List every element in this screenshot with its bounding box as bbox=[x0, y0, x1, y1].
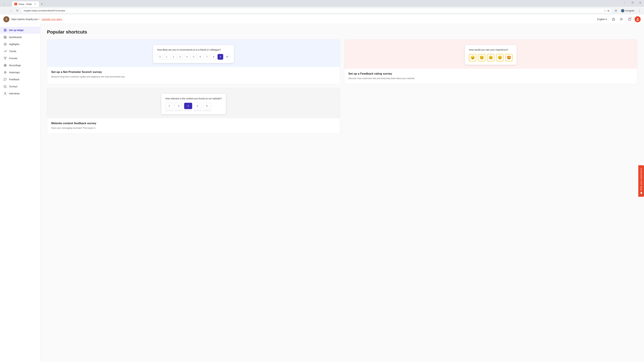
dashboards-icon bbox=[3, 35, 7, 39]
website-content-body: Website content feedback survey Does you… bbox=[47, 118, 340, 134]
highlights-icon bbox=[3, 42, 7, 46]
sidebar-interviews-label: Interviews bbox=[9, 92, 37, 95]
help-icon-button[interactable] bbox=[626, 16, 632, 22]
interviews-icon bbox=[3, 92, 7, 95]
feedback-rating-card[interactable]: How would you rate your experience? 😠 😟 … bbox=[344, 39, 637, 84]
sidebar-item-feedback[interactable]: Feedback bbox=[0, 76, 40, 83]
window-minimize-button[interactable]: − bbox=[621, 0, 628, 6]
extensions-button[interactable]: ⚙ bbox=[613, 8, 618, 13]
back-button[interactable]: ← bbox=[2, 8, 7, 13]
likert-line-5 bbox=[203, 110, 211, 111]
language-selector[interactable]: English ▾ bbox=[596, 17, 608, 22]
nps-btn-4: 4 bbox=[184, 54, 190, 60]
website-content-title: Website content feedback survey bbox=[51, 122, 336, 125]
emoji-happy: 😊 bbox=[496, 54, 504, 61]
app-container: Set up Hotjar Dashboards Highlights Tren… bbox=[0, 24, 644, 362]
sidebar-item-heatmaps[interactable]: Heatmaps bbox=[0, 69, 40, 76]
active-tab[interactable]: H Setup - Hotjar ✕ bbox=[12, 1, 39, 7]
emoji-scale: 😠 😟 😐 😊 🤩 bbox=[469, 54, 512, 61]
likert-btn-2: 2 bbox=[175, 103, 183, 109]
language-arrow-icon: ▾ bbox=[606, 18, 607, 21]
website-content-card[interactable]: How relevant is the content you found on… bbox=[47, 88, 340, 134]
feedback-rating-preview: How would you rate your experience? 😠 😟 … bbox=[344, 39, 637, 69]
tab-nav-back[interactable]: ‹ bbox=[1, 2, 6, 6]
nps-btn-8: 8 bbox=[211, 54, 216, 60]
address-url: insights.hotjar.com/sites/3818347/overvi… bbox=[24, 9, 602, 12]
surveys-icon bbox=[3, 85, 7, 88]
sidebar-highlights-label: Highlights bbox=[9, 43, 37, 45]
nps-btn-1: 1 bbox=[164, 54, 170, 60]
reload-button[interactable]: ↻ bbox=[15, 8, 20, 13]
main-content: Popular shortcuts How likely are you to … bbox=[40, 24, 644, 362]
svg-rect-8 bbox=[6, 29, 6, 30]
address-bar-row: ← → ↻ insights.hotjar.com/sites/3818347/… bbox=[0, 7, 644, 14]
nps-card-title: Set up a Net Promoter Score® survey bbox=[51, 70, 336, 74]
tab-nav-forward[interactable]: › bbox=[7, 2, 12, 6]
sidebar-trends-label: Trends bbox=[9, 50, 37, 53]
nps-scale: 0 1 2 3 4 5 6 7 8 9 10 bbox=[157, 54, 230, 60]
sidebar-item-surveys[interactable]: Surveys bbox=[0, 83, 40, 90]
domain-arrow-icon: ▾ bbox=[38, 18, 40, 20]
new-tab-button[interactable]: + bbox=[40, 2, 44, 6]
bookmark-icon[interactable]: ☆ bbox=[604, 9, 606, 12]
sidebar-item-setup[interactable]: Set up Hotjar bbox=[0, 27, 40, 34]
svg-rect-11 bbox=[4, 36, 5, 37]
app-logo[interactable]: S bbox=[3, 16, 10, 22]
likert-line-4 bbox=[194, 110, 202, 111]
nps-btn-6: 6 bbox=[198, 54, 203, 60]
upgrade-link[interactable]: Upgrade your plans bbox=[42, 18, 62, 21]
sidebar-item-dashboards[interactable]: Dashboards bbox=[0, 34, 40, 41]
forward-button[interactable]: → bbox=[8, 8, 14, 13]
sidebar-setup-label: Set up Hotjar bbox=[9, 29, 37, 31]
nps-btn-2: 2 bbox=[170, 54, 176, 60]
nps-card-body: Set up a Net Promoter Score® survey Meas… bbox=[47, 67, 340, 82]
reader-mode-icon[interactable]: ⊞ bbox=[608, 9, 610, 12]
feedback-rating-widget: How would you rate your experience? 😠 😟 … bbox=[465, 45, 516, 65]
browser-menu-button[interactable]: ⋮ bbox=[637, 8, 642, 13]
svg-point-15 bbox=[4, 43, 6, 45]
recordings-icon bbox=[3, 63, 7, 67]
star-icon-button[interactable] bbox=[610, 16, 616, 22]
incognito-button[interactable]: 👤 Incognito bbox=[619, 8, 636, 13]
sidebar-heatmaps-label: Heatmaps bbox=[9, 71, 37, 74]
likert-line-1 bbox=[165, 110, 174, 111]
svg-marker-17 bbox=[4, 57, 6, 59]
svg-point-19 bbox=[5, 65, 6, 66]
app-domain[interactable]: https://admin.shopify.com ▾ bbox=[12, 18, 40, 21]
sidebar-item-funnels[interactable]: Funnels bbox=[0, 55, 40, 62]
setup-icon bbox=[3, 28, 7, 32]
nps-card[interactable]: How likely are you to recommend us to a … bbox=[47, 39, 340, 84]
incognito-icon: 👤 bbox=[621, 9, 624, 12]
likert-btn-3: 3 bbox=[184, 103, 192, 109]
window-close-button[interactable]: ✕ bbox=[636, 0, 644, 6]
nps-btn-0: 0 bbox=[157, 54, 163, 60]
hotjar-favicon: H bbox=[14, 3, 17, 5]
svg-point-23 bbox=[5, 92, 6, 93]
nps-btn-7: 7 bbox=[204, 54, 210, 60]
feedback-rating-body: Set up a Feedback rating survey Discover… bbox=[344, 69, 637, 84]
sidebar: Set up Hotjar Dashboards Highlights Tren… bbox=[0, 24, 40, 362]
svg-rect-12 bbox=[6, 36, 6, 37]
feedback-rating-desc: Discover how customers feel and what the… bbox=[348, 77, 633, 80]
user-avatar[interactable] bbox=[634, 16, 641, 22]
tab-title: Setup - Hotjar bbox=[18, 3, 32, 5]
sidebar-item-trends[interactable]: Trends bbox=[0, 48, 40, 55]
rate-experience-button[interactable]: Rate your experience bbox=[638, 165, 644, 197]
domain-url: https://admin.shopify.com bbox=[12, 18, 38, 21]
window-restore-button[interactable]: ❐ bbox=[628, 0, 636, 6]
user-plus-icon-button[interactable] bbox=[618, 16, 624, 22]
sidebar-item-interviews[interactable]: Interviews bbox=[0, 90, 40, 97]
address-bar[interactable]: insights.hotjar.com/sites/3818347/overvi… bbox=[21, 8, 612, 13]
notification-badge bbox=[630, 17, 632, 18]
likert-btn-4: 4 bbox=[194, 103, 202, 109]
tab-close-button[interactable]: ✕ bbox=[34, 2, 36, 5]
svg-point-1 bbox=[620, 18, 622, 19]
emoji-sad: 😟 bbox=[478, 54, 485, 61]
sidebar-item-highlights[interactable]: Highlights bbox=[0, 41, 40, 48]
svg-marker-0 bbox=[612, 18, 615, 20]
sidebar-item-recordings[interactable]: Recordings bbox=[0, 62, 40, 69]
sidebar-funnels-label: Funnels bbox=[9, 57, 37, 60]
nps-widget: How likely are you to recommend us to a … bbox=[153, 45, 234, 63]
heatmaps-icon bbox=[3, 70, 7, 74]
svg-rect-7 bbox=[4, 29, 5, 30]
